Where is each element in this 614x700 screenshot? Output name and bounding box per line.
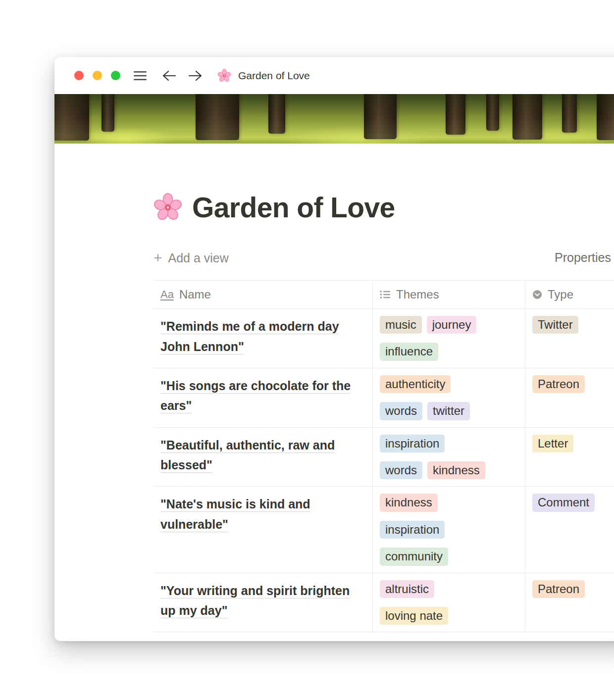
add-view-button[interactable]: + Add a view: [154, 251, 229, 265]
table-row: "Nate's music is kind and vulnerable" ki…: [154, 487, 614, 573]
type-cell[interactable]: Twitter: [525, 309, 614, 368]
table-row: "His songs are chocolate for the ears" a…: [154, 368, 614, 428]
app-window: Garden of Love Garden of Love + Add a vi…: [54, 57, 614, 641]
theme-tag: inspiration: [380, 435, 445, 452]
themes-cell[interactable]: kindness inspiration community: [372, 487, 525, 572]
type-cell[interactable]: Patreon: [525, 368, 614, 427]
hamburger-icon: [133, 70, 147, 81]
theme-tag: kindness: [427, 461, 485, 479]
table-row: "Reminds me of a modern day John Lennon"…: [154, 309, 614, 368]
column-header-label: Themes: [396, 288, 439, 301]
column-header-type[interactable]: Type: [525, 281, 614, 308]
column-header-label: Name: [179, 288, 211, 301]
back-arrow-icon: [162, 70, 177, 82]
plus-icon: +: [154, 252, 162, 264]
theme-tag: words: [380, 461, 422, 479]
forward-arrow-icon: [188, 70, 203, 82]
theme-tag: loving nate: [380, 607, 448, 625]
row-title: "Reminds me of a modern day John Lennon": [160, 319, 339, 353]
row-title: "Beautiful, authentic, raw and blessed": [160, 438, 335, 472]
themes-cell[interactable]: altruistic loving nate: [372, 573, 525, 632]
type-cell[interactable]: Patreon: [525, 573, 614, 632]
tree-trunk: [486, 94, 499, 131]
type-tag: Comment: [532, 494, 595, 511]
type-cell[interactable]: Comment: [525, 487, 614, 572]
title-property-icon: Aa: [160, 288, 174, 301]
close-button[interactable]: [74, 71, 84, 80]
count-value: 6: [358, 640, 365, 641]
table-row: "Your writing and spirit brighten up my …: [154, 573, 614, 633]
themes-cell[interactable]: authenticity words twitter: [372, 368, 525, 427]
database-table: Aa Name Themes Type: [154, 280, 614, 641]
properties-button[interactable]: Properties: [555, 250, 611, 265]
tree-trunk: [597, 94, 614, 140]
footer-spacer: [525, 632, 614, 641]
table-row: "Beautiful, authentic, raw and blessed" …: [154, 428, 614, 487]
theme-tag: influence: [380, 343, 438, 360]
row-title: "His songs are chocolate for the ears": [160, 379, 351, 413]
theme-tag: inspiration: [380, 521, 445, 539]
tree-trunk: [196, 94, 239, 140]
footer-spacer: [372, 632, 525, 641]
window-titlebar: Garden of Love: [54, 57, 614, 94]
name-cell[interactable]: "Nate's music is kind and vulnerable": [154, 487, 372, 572]
type-tag: Patreon: [532, 580, 585, 598]
theme-tag: music: [380, 316, 422, 334]
multi-select-icon: [380, 290, 391, 300]
name-cell[interactable]: "Your writing and spirit brighten up my …: [154, 573, 372, 632]
forward-button[interactable]: [188, 70, 203, 82]
theme-tag: authenticity: [380, 375, 451, 393]
view-toolbar: + Add a view Properties: [154, 248, 614, 268]
name-cell[interactable]: "His songs are chocolate for the ears": [154, 368, 372, 427]
themes-cell[interactable]: inspiration words kindness: [372, 428, 525, 487]
type-tag: Letter: [532, 435, 573, 452]
select-property-icon: [532, 290, 542, 300]
zoom-button[interactable]: [111, 71, 120, 80]
theme-tag: twitter: [427, 402, 470, 420]
type-tag: Twitter: [532, 316, 578, 334]
themes-cell[interactable]: music journey influence: [372, 309, 525, 368]
column-header-label: Type: [548, 288, 573, 301]
tree-trunk: [562, 94, 577, 133]
sidebar-toggle-button[interactable]: [133, 70, 147, 81]
count-calculation[interactable]: COUNT 6: [154, 632, 372, 641]
column-header-name[interactable]: Aa Name: [154, 281, 372, 308]
theme-tag: community: [380, 548, 448, 565]
tree-trunk: [512, 94, 542, 140]
add-view-label: Add a view: [168, 251, 229, 265]
tree-trunk: [54, 94, 89, 141]
page-title-row: Garden of Love: [154, 144, 614, 224]
tree-trunk: [268, 94, 285, 134]
theme-tag: kindness: [380, 494, 438, 511]
name-cell[interactable]: "Reminds me of a modern day John Lennon": [154, 309, 372, 368]
theme-tag: journey: [427, 316, 477, 334]
name-cell[interactable]: "Beautiful, authentic, raw and blessed": [154, 428, 372, 487]
row-title: "Your writing and spirit brighten up my …: [160, 584, 350, 618]
cherry-blossom-icon: [217, 69, 231, 83]
type-cell[interactable]: Letter: [525, 428, 614, 487]
cover-image: [54, 94, 614, 144]
theme-tag: words: [380, 402, 422, 420]
traffic-lights: [74, 71, 120, 80]
table-header-row: Aa Name Themes Type: [154, 280, 614, 309]
row-title: "Nate's music is kind and vulnerable": [160, 497, 310, 531]
type-tag: Patreon: [532, 375, 585, 393]
column-header-themes[interactable]: Themes: [372, 281, 525, 308]
tree-trunk: [364, 94, 397, 139]
page-title[interactable]: Garden of Love: [192, 191, 395, 224]
page-content: Garden of Love + Add a view Properties A…: [54, 144, 614, 641]
tree-trunk: [446, 94, 465, 135]
back-button[interactable]: [162, 70, 177, 82]
window-title: Garden of Love: [238, 70, 310, 82]
minimize-button[interactable]: [93, 71, 102, 80]
tree-trunk: [102, 94, 114, 132]
table-footer: COUNT 6: [154, 632, 614, 641]
theme-tag: altruistic: [380, 580, 434, 598]
page-icon[interactable]: [154, 193, 182, 222]
